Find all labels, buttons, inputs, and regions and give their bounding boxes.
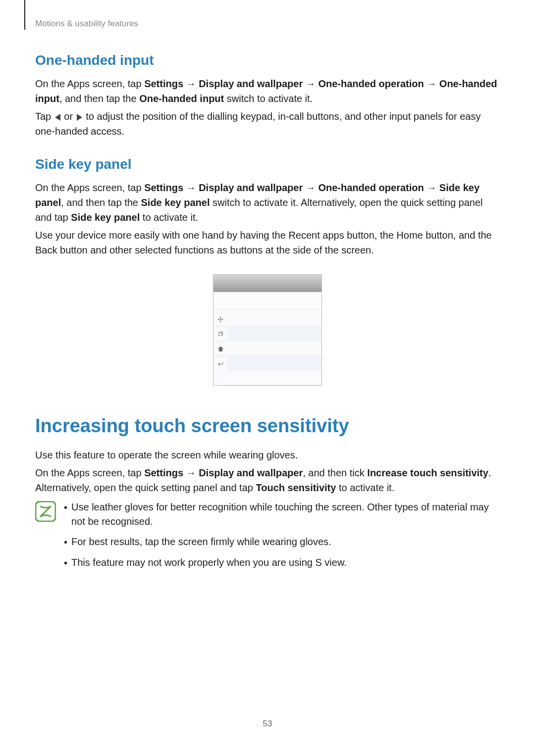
list-item <box>227 312 321 327</box>
bullet-text: This feature may not work properly when … <box>71 555 347 570</box>
text: switch to activate it. <box>224 93 313 104</box>
list-rows <box>227 312 321 385</box>
back-icon <box>214 356 227 371</box>
page-number: 53 <box>0 719 535 729</box>
section-side-key-panel: Side key panel On the Apps screen, tap S… <box>35 156 500 386</box>
paragraph: On the Apps screen, tap Settings → Displ… <box>35 180 500 225</box>
list-item <box>227 341 321 356</box>
ui-path-settings: Settings <box>144 78 183 89</box>
crop-mark <box>24 0 25 30</box>
ui-label-one-handed-input: One-handed input <box>139 93 224 104</box>
note-block: • Use leather gloves for better recognit… <box>35 500 500 576</box>
arrow-sep: → <box>303 182 318 193</box>
text: On the Apps screen, tap <box>35 467 144 478</box>
ui-path-display: Display and wallpaper <box>199 467 303 478</box>
side-key-panel-column <box>214 312 227 371</box>
note-bullets: • Use leather gloves for better recognit… <box>64 500 500 576</box>
svg-rect-2 <box>218 333 222 336</box>
breadcrumb: Motions & usability features <box>35 19 500 29</box>
bullet-item: • Use leather gloves for better recognit… <box>64 500 500 529</box>
paragraph: Use your device more easily with one han… <box>35 228 500 257</box>
text: or <box>61 111 76 122</box>
arrow-sep: → <box>183 78 199 89</box>
text: Tap <box>35 111 54 122</box>
text: to activate it. <box>336 482 394 493</box>
heading-touch-sensitivity: Increasing touch screen sensitivity <box>35 415 500 437</box>
text: to activate it. <box>140 212 198 223</box>
ui-path-one-handed-operation: One-handed operation <box>318 182 424 193</box>
ui-label-touch-sensitivity: Touch sensitivity <box>256 482 336 493</box>
text: , and then tap the <box>59 93 139 104</box>
text: On the Apps screen, tap <box>35 182 144 193</box>
section-one-handed-input: One-handed input On the Apps screen, tap… <box>35 52 500 139</box>
device-subbar <box>214 292 321 310</box>
bullet-dot: • <box>64 555 67 570</box>
text: , and then tick <box>303 467 367 478</box>
device-body <box>214 310 321 385</box>
heading-side-key-panel: Side key panel <box>35 156 500 172</box>
text: On the Apps screen, tap <box>35 78 144 89</box>
left-arrow-icon <box>55 114 60 121</box>
home-icon <box>214 342 227 356</box>
arrow-sep: → <box>303 78 318 89</box>
arrow-sep: → <box>424 182 439 193</box>
bullet-dot: • <box>64 500 67 529</box>
ui-path-one-handed-operation: One-handed operation <box>318 78 424 89</box>
paragraph: On the Apps screen, tap Settings → Displ… <box>35 465 500 495</box>
heading-one-handed-input: One-handed input <box>35 52 500 68</box>
bullet-text: For best results, tap the screen firmly … <box>71 535 331 550</box>
list-item <box>227 327 321 342</box>
bullet-item: • For best results, tap the screen firml… <box>64 535 500 550</box>
list-item <box>227 370 321 385</box>
paragraph: Use this feature to operate the screen w… <box>35 448 500 462</box>
ui-label-side-key-panel: Side key panel <box>141 197 210 208</box>
ui-path-display: Display and wallpaper <box>199 182 303 193</box>
text: to adjust the position of the dialling k… <box>35 111 481 137</box>
arrow-sep: → <box>424 78 439 89</box>
ui-path-settings: Settings <box>144 467 183 478</box>
section-touch-sensitivity: Increasing touch screen sensitivity Use … <box>35 415 500 576</box>
svg-marker-3 <box>218 347 223 352</box>
document-page: Motions & usability features One-handed … <box>0 0 535 576</box>
bullet-dot: • <box>64 535 67 550</box>
paragraph: On the Apps screen, tap Settings → Displ… <box>35 76 500 106</box>
recent-apps-icon <box>214 327 227 342</box>
note-icon <box>35 501 56 522</box>
arrow-sep: → <box>183 467 199 478</box>
list-item <box>227 356 321 371</box>
device-illustration <box>213 274 322 386</box>
arrow-sep: → <box>183 182 199 193</box>
device-titlebar <box>214 275 321 292</box>
right-arrow-icon <box>77 114 82 121</box>
bullet-item: • This feature may not work properly whe… <box>64 555 500 570</box>
ui-path-display: Display and wallpaper <box>199 78 303 89</box>
ui-path-settings: Settings <box>144 182 183 193</box>
paragraph: Tap or to adjust the position of the dia… <box>35 109 500 139</box>
ui-label-side-key-panel: Side key panel <box>71 212 140 223</box>
bullet-text: Use leather gloves for better recognitio… <box>71 500 500 529</box>
ui-label-increase-touch-sensitivity: Increase touch sensitivity <box>367 467 488 478</box>
move-icon <box>214 312 227 327</box>
text: , and then tap the <box>61 197 141 208</box>
